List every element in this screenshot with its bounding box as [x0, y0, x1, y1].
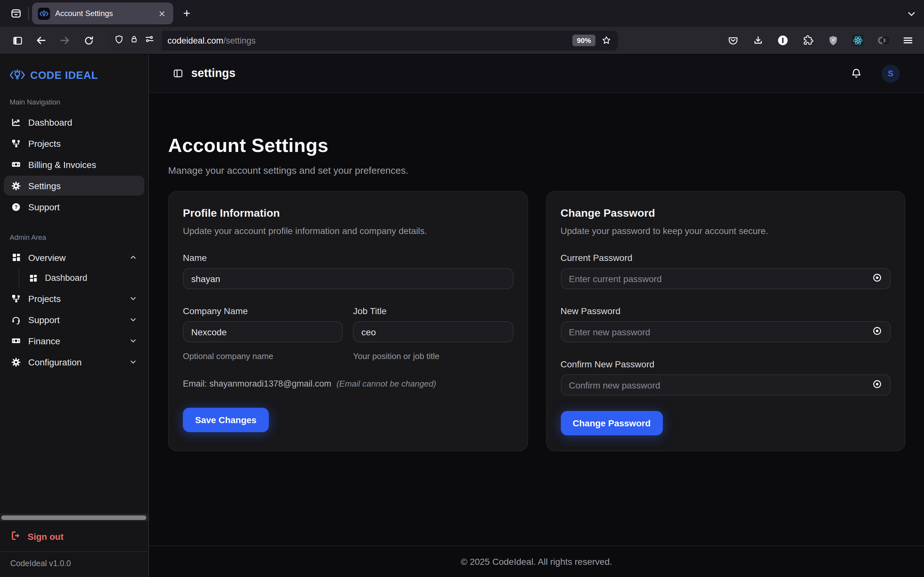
main-navigation-label: Main Navigation — [0, 98, 148, 106]
url-bar[interactable]: codeideal.com/settings 90% — [107, 31, 618, 50]
lock-icon[interactable] — [129, 35, 139, 46]
sidebar-subitem-label: Dashboard — [45, 273, 87, 283]
sign-out-label: Sign out — [27, 532, 63, 542]
header-title: settings — [191, 67, 236, 80]
shield-extension-icon[interactable] — [823, 31, 843, 50]
sidebar-item-dashboard[interactable]: Dashboard — [4, 112, 144, 132]
chevron-down-icon — [129, 316, 137, 324]
sidebar-item-support[interactable]: ? Support — [4, 197, 144, 217]
sidebar-item-admin-support[interactable]: Support — [4, 309, 144, 330]
company-name-field[interactable] — [183, 321, 343, 342]
sidebar-item-label: Support — [28, 201, 60, 212]
list-all-tabs-chevron-icon[interactable] — [907, 9, 916, 18]
confirm-password-label: Confirm New Password — [561, 359, 891, 369]
bookmark-star-icon[interactable] — [601, 35, 612, 45]
page-subtitle: Manage your account settings and set you… — [168, 165, 905, 176]
logo-bulb-icon — [9, 67, 26, 83]
question-circle-icon: ? — [11, 201, 21, 212]
tab-title: Account Settings — [55, 9, 150, 18]
chevron-down-icon — [129, 358, 137, 366]
current-password-field[interactable] — [561, 268, 891, 289]
new-tab-button[interactable]: + — [177, 4, 196, 23]
browser-toolbar: codeideal.com/settings 90% — [0, 27, 924, 55]
money-bill-icon — [11, 159, 21, 169]
tab-separator — [28, 7, 29, 20]
browser-window: Account Settings + — [0, 0, 924, 577]
onepassword-icon[interactable] — [773, 31, 792, 50]
sidebar-toggle-icon[interactable] — [8, 31, 27, 50]
headset-icon — [11, 314, 21, 325]
job-help-text: Your position or job title — [353, 351, 513, 361]
sidebar-item-label: Billing & Invoices — [28, 159, 96, 169]
sidebar-item-label: Overview — [28, 252, 66, 263]
name-field[interactable] — [183, 268, 513, 289]
firefox-view-icon[interactable] — [6, 4, 26, 23]
notifications-bell-icon[interactable] — [850, 67, 863, 79]
sign-out-button[interactable]: Sign out — [0, 521, 148, 551]
new-password-label: New Password — [561, 306, 891, 316]
user-avatar[interactable]: S — [882, 64, 900, 82]
collapse-sidebar-icon[interactable] — [173, 68, 184, 79]
email-row: Email: shayanmoradi1378@gmail.com (Email… — [183, 379, 513, 388]
current-password-label: Current Password — [561, 253, 891, 263]
grid-icon — [11, 252, 21, 263]
confirm-password-field[interactable] — [561, 374, 891, 396]
toggle-current-password-eye-icon[interactable] — [871, 271, 883, 283]
page-footer: © 2025 CodeIdeal. All rights reserved. — [149, 546, 924, 577]
new-password-field[interactable] — [561, 321, 891, 342]
reload-icon[interactable] — [79, 31, 98, 50]
grid-icon — [28, 273, 39, 283]
sidebar-item-finance[interactable]: Finance — [4, 331, 144, 351]
forward-icon[interactable] — [55, 31, 74, 50]
sidebar-item-projects[interactable]: Projects — [4, 133, 144, 153]
sidebar-item-settings[interactable]: Settings — [4, 176, 144, 195]
tab-strip: Account Settings + — [0, 0, 924, 27]
app-header: settings S — [149, 55, 924, 93]
scrollbar-thumb[interactable] — [1, 515, 146, 520]
copyright-text: © 2025 CodeIdeal. All rights reserved. — [461, 556, 612, 567]
overview-submenu: Dashboard — [19, 269, 148, 287]
tab-close-icon[interactable] — [155, 7, 168, 20]
profile-information-card: Profile Information Update your account … — [168, 191, 528, 451]
react-devtools-icon[interactable] — [848, 31, 867, 50]
admin-navigation: Overview Dashboard — [0, 246, 148, 373]
app-logo[interactable]: CODE IDEAL — [0, 55, 148, 83]
toggle-new-password-eye-icon[interactable] — [871, 325, 883, 336]
page-viewport: CODE IDEAL Main Navigation Dashboard Pro… — [0, 55, 924, 577]
back-icon[interactable] — [31, 31, 51, 50]
downloads-icon[interactable] — [748, 31, 767, 50]
zoom-level-badge[interactable]: 90% — [572, 35, 596, 46]
money-bill-icon — [11, 335, 21, 346]
save-changes-button[interactable]: Save Changes — [183, 408, 268, 432]
sidebar-item-billing[interactable]: Billing & Invoices — [4, 155, 144, 174]
site-favicon-icon — [38, 7, 50, 19]
job-title-field[interactable] — [353, 321, 513, 342]
permissions-icon[interactable] — [144, 34, 155, 47]
browser-tab[interactable]: Account Settings — [32, 3, 173, 24]
change-password-button[interactable]: Change Password — [561, 411, 663, 435]
email-note: (Email cannot be changed) — [336, 379, 436, 388]
sitemap-icon — [11, 138, 21, 148]
company-name-label: Company Name — [183, 306, 343, 316]
url-host: codeideal.com — [168, 35, 223, 45]
sidebar-item-configuration[interactable]: Configuration — [4, 352, 144, 372]
toggle-confirm-password-eye-icon[interactable] — [871, 378, 883, 390]
tracking-shield-icon[interactable] — [114, 34, 124, 47]
sign-out-icon — [10, 530, 21, 543]
sidebar-item-label: Projects — [28, 138, 61, 148]
linked-extension-icon[interactable] — [873, 31, 893, 50]
app-version: CodeIdeal v1.0.0 — [0, 551, 148, 577]
menu-hamburger-icon[interactable] — [898, 31, 918, 50]
sidebar-item-label: Support — [28, 314, 60, 325]
sidebar-horizontal-scrollbar[interactable] — [0, 514, 148, 521]
pocket-icon[interactable] — [723, 31, 742, 50]
gear-icon — [11, 181, 21, 191]
sidebar-subitem-dashboard[interactable]: Dashboard — [24, 269, 148, 287]
sidebar-item-overview[interactable]: Overview — [4, 247, 144, 268]
main-navigation: Dashboard Projects Billing & Invoices — [0, 111, 148, 218]
sidebar-item-admin-projects[interactable]: Projects — [4, 288, 144, 308]
site-identity — [107, 31, 162, 50]
toolbar-extensions — [723, 31, 918, 50]
extensions-puzzle-icon[interactable] — [798, 31, 817, 50]
header-actions: S — [850, 64, 900, 82]
